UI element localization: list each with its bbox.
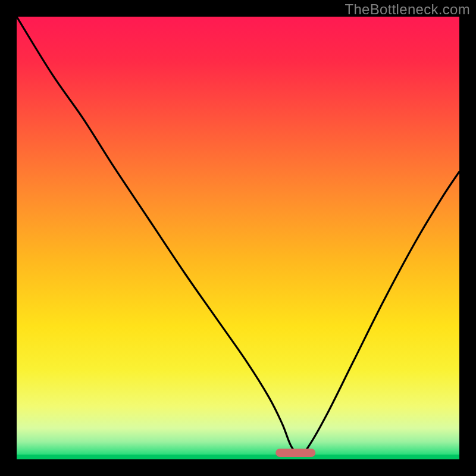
watermark-text: TheBottleneck.com [345,1,470,18]
bottleneck-plot [17,17,459,459]
green-band [17,455,459,459]
gradient-bg [17,17,459,459]
optimal-marker [275,449,315,457]
plot-svg [17,17,459,459]
chart-frame: TheBottleneck.com [0,0,476,476]
